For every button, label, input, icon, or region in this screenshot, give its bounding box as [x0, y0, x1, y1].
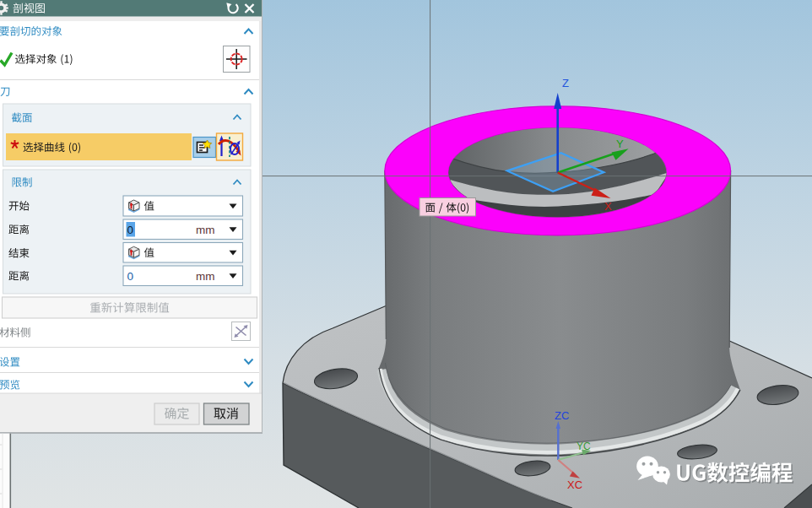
svg-text:0: 0 [127, 224, 134, 236]
svg-text:Z: Z [562, 77, 569, 89]
svg-text:Y: Y [616, 138, 624, 150]
svg-text:mm: mm [196, 224, 215, 236]
svg-text:YC: YC [577, 440, 591, 452]
svg-text:X: X [604, 200, 612, 213]
svg-text:0: 0 [127, 270, 134, 283]
svg-text:ZC: ZC [555, 409, 569, 422]
svg-text:XC: XC [567, 478, 582, 491]
svg-text:mm: mm [196, 270, 215, 283]
